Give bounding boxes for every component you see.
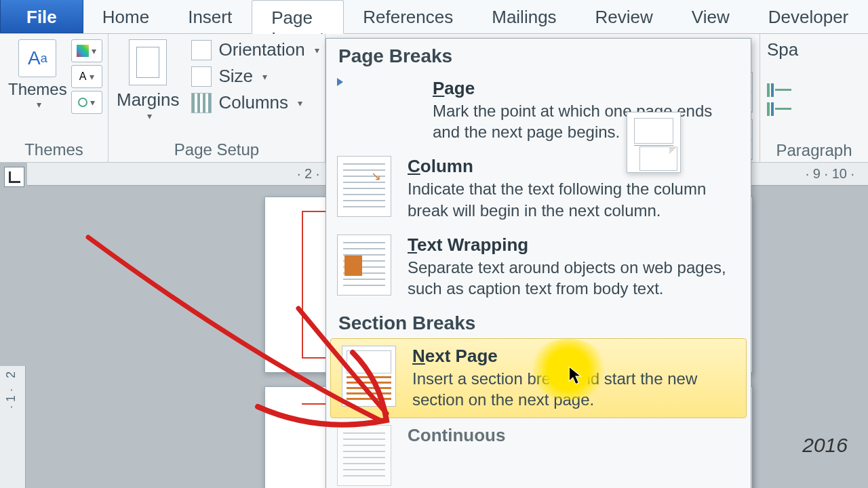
margins-icon <box>129 39 167 85</box>
spacing-label: Spa <box>767 39 861 60</box>
chevron-down-icon[interactable]: ▾ <box>37 99 41 110</box>
theme-effects-button[interactable]: ▾ <box>71 91 102 114</box>
option-title: Column <box>408 156 740 177</box>
dropdown-header-section-breaks: Section Breaks <box>326 306 751 338</box>
chevron-down-icon[interactable]: ▾ <box>147 110 152 121</box>
size-button[interactable]: Size▾ <box>191 66 319 87</box>
columns-icon <box>191 93 212 113</box>
line-spacing-icon <box>767 83 791 97</box>
themes-label: Themes <box>8 80 67 99</box>
option-title: Page <box>433 78 740 99</box>
option-desc: Indicate that the text following the col… <box>408 178 740 220</box>
tab-mailings[interactable]: Mailings <box>473 0 576 33</box>
tab-home[interactable]: Home <box>83 0 169 33</box>
column-break-icon: ↘ <box>337 156 391 217</box>
option-desc: Insert a section break and start the new… <box>412 368 735 410</box>
option-title: Next Page <box>412 346 735 367</box>
group-paragraph: Spa Paragraph <box>760 34 868 163</box>
continuous-section-break-icon <box>337 425 391 486</box>
orientation-button[interactable]: Orientation▾ <box>191 39 319 60</box>
dropdown-header-page-breaks: Page Breaks <box>326 39 751 71</box>
next-page-section-break-icon <box>342 346 396 407</box>
group-page-setup: Margins ▾ Orientation▾ Size▾ Columns▾ Pa… <box>108 34 326 162</box>
tab-file[interactable]: File <box>0 0 83 33</box>
group-label-paragraph: Paragraph <box>767 138 861 160</box>
tab-review[interactable]: Review <box>576 0 673 33</box>
break-option-text-wrapping[interactable]: Text Wrapping Separate text around objec… <box>326 228 751 306</box>
columns-button[interactable]: Columns▾ <box>191 92 319 113</box>
option-desc: Mark the point at which one page ends an… <box>433 100 740 142</box>
ruler-mark: · 2 · <box>297 166 319 182</box>
break-option-column[interactable]: ↘ Column Indicate that the text followin… <box>326 149 751 227</box>
ruler-mark: · 9 · 10 · <box>806 166 854 182</box>
document-text-year: 2016 <box>802 434 848 457</box>
line-spacing-icon <box>767 102 791 116</box>
option-title: Continuous <box>408 425 740 446</box>
text-wrapping-break-icon <box>337 235 391 296</box>
breaks-dropdown: Page Breaks Page Mark the point at which… <box>326 38 751 488</box>
page-break-icon <box>627 112 681 173</box>
vertical-ruler[interactable]: · 1 · 2 <box>0 366 26 488</box>
option-desc: Separate text around objects on web page… <box>408 257 740 299</box>
break-option-page[interactable]: Page Mark the point at which one page en… <box>326 71 751 149</box>
group-themes: Aa Themes ▾ ▾ A▾ ▾ Themes <box>0 34 108 162</box>
option-title: Text Wrapping <box>408 235 740 256</box>
tab-references[interactable]: References <box>344 0 473 33</box>
size-icon <box>191 66 212 87</box>
margins-button[interactable]: Margins <box>117 89 179 110</box>
theme-fonts-button[interactable]: A▾ <box>71 65 102 88</box>
tab-developer[interactable]: Developer <box>749 0 868 33</box>
break-option-continuous[interactable]: Continuous <box>326 418 751 486</box>
group-label-page-setup: Page Setup <box>117 138 317 159</box>
tab-page-layout[interactable]: Page Layout <box>252 0 344 34</box>
tab-view[interactable]: View <box>673 0 749 33</box>
tab-stop-selector[interactable] <box>4 167 24 187</box>
tab-insert[interactable]: Insert <box>169 0 252 33</box>
group-label-themes: Themes <box>8 138 100 159</box>
orientation-icon <box>191 40 212 60</box>
ribbon-tabs: File Home Insert Page Layout References … <box>0 0 868 34</box>
themes-button[interactable]: Aa <box>18 39 56 77</box>
theme-colors-button[interactable]: ▾ <box>71 39 102 62</box>
selection-indicator-icon <box>337 78 343 86</box>
break-option-next-page[interactable]: Next Page Insert a section break and sta… <box>330 338 747 418</box>
